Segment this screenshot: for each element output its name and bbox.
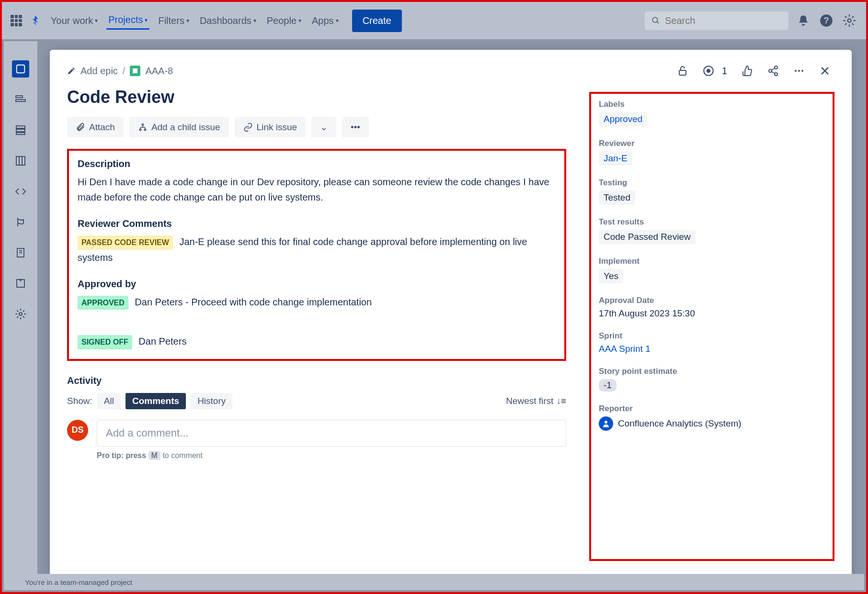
issue-key[interactable]: AAA-8 bbox=[145, 66, 173, 77]
sidebar-settings-icon[interactable] bbox=[12, 305, 29, 323]
chevron-down-icon: ⌄ bbox=[320, 122, 328, 133]
approved-by-label: Approved by bbox=[78, 279, 556, 290]
tab-comments[interactable]: Comments bbox=[126, 393, 186, 409]
approval-date-value[interactable]: 17th August 2023 15:30 bbox=[599, 308, 825, 319]
nav-people[interactable]: People▾ bbox=[265, 12, 303, 29]
tab-all[interactable]: All bbox=[97, 393, 121, 409]
sidebar-code-icon[interactable] bbox=[12, 183, 29, 200]
reviewer-value[interactable]: Jan-E bbox=[599, 151, 632, 166]
reviewer-label: Reviewer bbox=[599, 139, 825, 148]
add-epic-link[interactable]: Add epic bbox=[80, 66, 118, 77]
search-box[interactable] bbox=[645, 11, 788, 30]
chevron-down-icon: ▾ bbox=[186, 17, 189, 24]
chevron-down-icon: ▾ bbox=[298, 17, 301, 24]
breadcrumb-separator: / bbox=[123, 66, 126, 77]
close-icon[interactable] bbox=[815, 61, 834, 80]
sidebar-releases-icon[interactable] bbox=[12, 213, 29, 231]
watch-count: 1 bbox=[722, 66, 727, 77]
sidebar-add-icon[interactable] bbox=[12, 275, 29, 292]
sort-label: Newest first bbox=[506, 396, 553, 406]
svg-rect-9 bbox=[16, 129, 25, 132]
svg-line-27 bbox=[772, 68, 775, 70]
comment-row: DS Add a comment... bbox=[67, 420, 566, 447]
passed-review-pill: PASSED CODE REVIEW bbox=[78, 235, 173, 250]
link-dropdown-button[interactable]: ⌄ bbox=[311, 117, 336, 137]
svg-point-31 bbox=[801, 70, 803, 72]
lock-icon[interactable] bbox=[673, 61, 692, 80]
svg-point-35 bbox=[139, 129, 141, 130]
more-icon[interactable] bbox=[789, 61, 809, 80]
like-icon[interactable] bbox=[738, 61, 757, 80]
approved-by-body: Dan Peters - Proceed with code change im… bbox=[135, 297, 372, 307]
watch-icon[interactable] bbox=[699, 61, 718, 80]
comment-input[interactable]: Add a comment... bbox=[97, 420, 566, 447]
jira-logo-icon[interactable] bbox=[29, 14, 42, 27]
app-switcher-icon[interactable] bbox=[11, 15, 22, 26]
nav-projects[interactable]: Projects▾ bbox=[106, 11, 149, 30]
svg-rect-21 bbox=[679, 70, 686, 75]
chevron-down-icon: ▾ bbox=[253, 17, 256, 24]
reporter-name: Confluence Analytics (System) bbox=[618, 418, 742, 429]
svg-point-23 bbox=[707, 69, 710, 73]
modal-left-panel: Code Review Attach Add a child issue Lin… bbox=[50, 80, 583, 583]
user-avatar[interactable]: DS bbox=[67, 420, 88, 441]
action-row: Attach Add a child issue Link issue ⌄ ••… bbox=[67, 117, 566, 137]
sidebar-project-icon[interactable] bbox=[12, 60, 29, 78]
sidebar-backlog-icon[interactable] bbox=[12, 122, 29, 139]
svg-rect-5 bbox=[17, 65, 25, 73]
signed-off-body: Dan Peters bbox=[138, 336, 186, 347]
nav-label: Your work bbox=[51, 15, 93, 26]
chevron-down-icon: ▾ bbox=[145, 17, 148, 23]
notifications-icon[interactable] bbox=[795, 12, 811, 29]
reporter-avatar-icon bbox=[599, 416, 613, 431]
show-label: Show: bbox=[67, 396, 92, 406]
labels-value[interactable]: Approved bbox=[599, 112, 647, 126]
share-icon[interactable] bbox=[764, 61, 783, 80]
description-text[interactable]: Hi Den I have made a code change in our … bbox=[78, 174, 556, 205]
settings-icon[interactable] bbox=[841, 12, 857, 29]
add-child-button[interactable]: Add a child issue bbox=[129, 117, 229, 137]
chevron-down-icon: ▾ bbox=[95, 17, 98, 24]
story-points-value[interactable]: -1 bbox=[599, 379, 617, 392]
sidebar-roadmap-icon[interactable] bbox=[12, 91, 29, 108]
sort-button[interactable]: Newest first ↓≡ bbox=[506, 396, 566, 406]
search-input[interactable] bbox=[665, 15, 782, 26]
nav-apps[interactable]: Apps▾ bbox=[310, 12, 341, 29]
search-icon bbox=[651, 16, 660, 25]
testing-label: Testing bbox=[599, 178, 825, 188]
attach-button[interactable]: Attach bbox=[67, 117, 124, 137]
nav-label: Apps bbox=[312, 15, 334, 26]
more-actions-button[interactable]: ••• bbox=[342, 117, 369, 137]
signed-off-pill: SIGNED OFF bbox=[78, 335, 132, 349]
issue-title[interactable]: Code Review bbox=[67, 87, 566, 107]
svg-point-34 bbox=[142, 123, 143, 125]
sidebar-pages-icon[interactable] bbox=[12, 244, 29, 261]
nav-your-work[interactable]: Your work▾ bbox=[49, 12, 100, 29]
sprint-value[interactable]: AAA Sprint 1 bbox=[599, 344, 825, 354]
help-icon[interactable]: ? bbox=[818, 12, 834, 29]
implement-value[interactable]: Yes bbox=[599, 269, 623, 283]
create-button[interactable]: Create bbox=[352, 10, 402, 32]
tab-history[interactable]: History bbox=[191, 393, 232, 409]
nav-dashboards[interactable]: Dashboards▾ bbox=[198, 12, 258, 29]
link-issue-button[interactable]: Link issue bbox=[235, 117, 306, 137]
test-results-value[interactable]: Code Passed Review bbox=[599, 230, 696, 244]
svg-line-1 bbox=[657, 22, 659, 23]
svg-point-4 bbox=[848, 19, 851, 22]
sprint-label: Sprint bbox=[599, 331, 825, 341]
reviewer-comments-label: Reviewer Comments bbox=[78, 218, 556, 229]
more-icon: ••• bbox=[351, 122, 360, 133]
description-highlight-box: Description Hi Den I have made a code ch… bbox=[67, 149, 566, 361]
testing-value[interactable]: Tested bbox=[599, 191, 635, 205]
nav-filters[interactable]: Filters▾ bbox=[156, 12, 191, 29]
issue-type-icon[interactable] bbox=[130, 66, 140, 76]
svg-line-28 bbox=[772, 72, 775, 74]
issue-modal: Add epic / AAA-8 1 Code Review Attach Ad… bbox=[50, 50, 852, 583]
sidebar-board-icon[interactable] bbox=[12, 152, 29, 169]
svg-rect-11 bbox=[16, 157, 25, 165]
protip-post: to comment bbox=[162, 451, 203, 460]
modal-header: Add epic / AAA-8 1 bbox=[50, 50, 852, 80]
reporter-value-row[interactable]: Confluence Analytics (System) bbox=[599, 416, 825, 431]
svg-point-0 bbox=[652, 17, 657, 22]
svg-text:?: ? bbox=[823, 15, 829, 25]
